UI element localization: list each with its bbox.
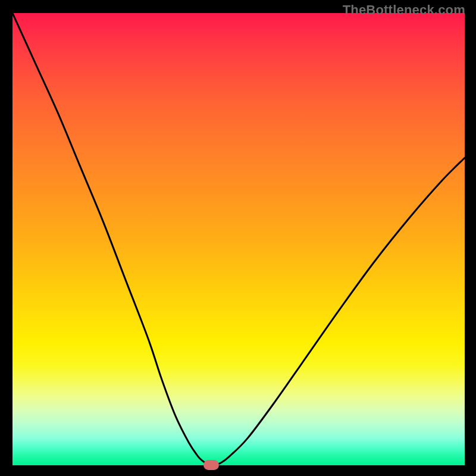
chart-container: TheBottleneck.com [0, 0, 476, 476]
optimal-point-marker [203, 460, 219, 470]
plot-gradient-background [12, 13, 465, 465]
watermark-text: TheBottleneck.com [343, 2, 465, 18]
